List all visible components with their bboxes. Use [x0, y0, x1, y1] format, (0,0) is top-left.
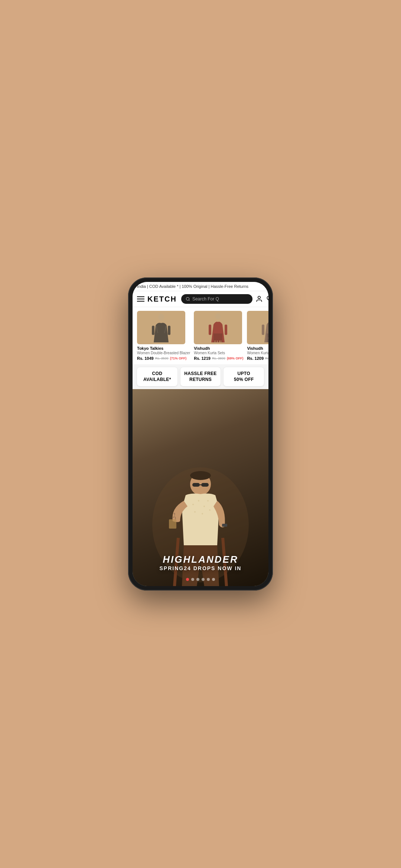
original-price: Rs. 3599 [155, 356, 169, 360]
product-brand: Vishudh [194, 346, 243, 351]
header-icons: 0 [255, 295, 268, 303]
search-bar[interactable] [181, 294, 252, 304]
search-input[interactable] [192, 296, 248, 302]
menu-button[interactable] [137, 296, 144, 302]
svg-point-26 [202, 513, 203, 514]
wishlist-button[interactable] [267, 295, 268, 303]
product-price: Rs. 1049 Rs. 3599 (71% OFF) [137, 356, 190, 361]
kurta1-figure [207, 313, 229, 342]
feature-badges: CODAVAILABLE* HASSLE FREERETURNS UPTO50%… [133, 364, 268, 389]
main-banner[interactable]: HIGHLANDER SPRING24 DROPS NOW IN [133, 389, 268, 586]
account-icon [255, 295, 263, 303]
discount-label: (71% OFF) [170, 356, 187, 360]
product-brand: Vishudh [247, 346, 268, 351]
dot-2[interactable] [191, 578, 194, 581]
product-scroll[interactable]: Tokyo Talkies Women Double-Breasted Blaz… [133, 307, 268, 364]
product-card[interactable]: Tokyo Talkies Women Double-Breasted Blaz… [137, 311, 190, 361]
product-name: Women Double-Breasted Blazer [137, 351, 190, 355]
returns-badge: HASSLE FREERETURNS [180, 367, 221, 386]
blazer-figure [150, 313, 172, 342]
discount-badge: UPTO50% OFF [224, 367, 264, 386]
hamburger-line-3 [137, 301, 144, 302]
returns-label: HASSLE FREERETURNS [184, 371, 216, 382]
banner-brand: HIGHLANDER [133, 554, 268, 565]
product-image [137, 311, 185, 344]
svg-rect-18 [201, 483, 209, 487]
original-price: Rs. 37... [265, 356, 268, 360]
product-image [194, 311, 242, 344]
svg-point-4 [158, 314, 164, 320]
product-name: Women Kurta Sets [194, 351, 243, 355]
svg-point-23 [203, 506, 205, 507]
svg-rect-12 [262, 325, 264, 335]
svg-rect-5 [152, 326, 154, 335]
phone-screen: India | COD Available * | 100% Original … [133, 282, 268, 586]
dot-6[interactable] [212, 578, 215, 581]
discount-label: (69% OFF) [227, 356, 244, 360]
cod-label: CODAVAILABLE* [143, 371, 171, 382]
svg-point-22 [198, 500, 199, 502]
svg-rect-28 [169, 519, 176, 529]
product-card[interactable]: Vishudh Women Kurta Sets Rs. 1209 Rs. 37… [247, 311, 268, 361]
logo: KETCH [147, 295, 177, 303]
header: KETCH [133, 291, 268, 307]
banner-text-area: HIGHLANDER SPRING24 DROPS NOW IN [133, 554, 268, 571]
heart-icon [267, 295, 268, 303]
ticker-bar: India | COD Available * | 100% Original … [133, 282, 268, 291]
cod-badge: CODAVAILABLE* [137, 367, 177, 386]
svg-point-21 [192, 504, 194, 505]
svg-rect-8 [209, 325, 211, 335]
svg-point-7 [215, 313, 221, 319]
kurta2-figure [260, 313, 268, 342]
svg-line-1 [189, 300, 189, 300]
dot-5[interactable] [207, 578, 210, 581]
product-name: Women Kurta Sets [247, 351, 268, 355]
search-icon [186, 297, 190, 301]
hamburger-line-1 [137, 296, 144, 297]
svg-rect-17 [192, 483, 200, 487]
sale-price: Rs. 1049 [137, 356, 154, 361]
discount-badge-label: UPTO50% OFF [234, 371, 254, 382]
dot-1[interactable] [186, 578, 189, 581]
original-price: Rs. 3899 [212, 356, 225, 360]
hamburger-line-2 [137, 299, 144, 299]
ticker-text: India | COD Available * | 100% Original … [137, 284, 248, 289]
svg-point-25 [194, 511, 196, 513]
svg-point-24 [207, 500, 209, 502]
account-button[interactable] [255, 295, 263, 303]
svg-rect-14 [267, 333, 268, 342]
svg-rect-29 [222, 524, 227, 527]
product-image [247, 311, 268, 344]
phone-frame: India | COD Available * | 100% Original … [128, 277, 273, 591]
banner-subtitle: SPRING24 DROPS NOW IN [133, 565, 268, 571]
dot-3[interactable] [196, 578, 199, 581]
svg-rect-6 [168, 326, 170, 335]
dot-4[interactable] [202, 578, 205, 581]
product-price: Rs. 1219 Rs. 3899 (69% OFF) [194, 356, 243, 361]
svg-point-20 [190, 471, 211, 480]
svg-point-2 [258, 296, 261, 299]
product-brand: Tokyo Talkies [137, 346, 190, 351]
svg-point-27 [209, 509, 211, 511]
sale-price: Rs. 1219 [194, 356, 211, 361]
sale-price: Rs. 1209 [247, 356, 264, 361]
svg-point-0 [186, 297, 189, 300]
product-card[interactable]: Vishudh Women Kurta Sets Rs. 1219 Rs. 38… [194, 311, 243, 361]
banner-dots [133, 578, 268, 581]
svg-rect-9 [225, 325, 227, 335]
product-price: Rs. 1209 Rs. 37... [247, 356, 268, 361]
